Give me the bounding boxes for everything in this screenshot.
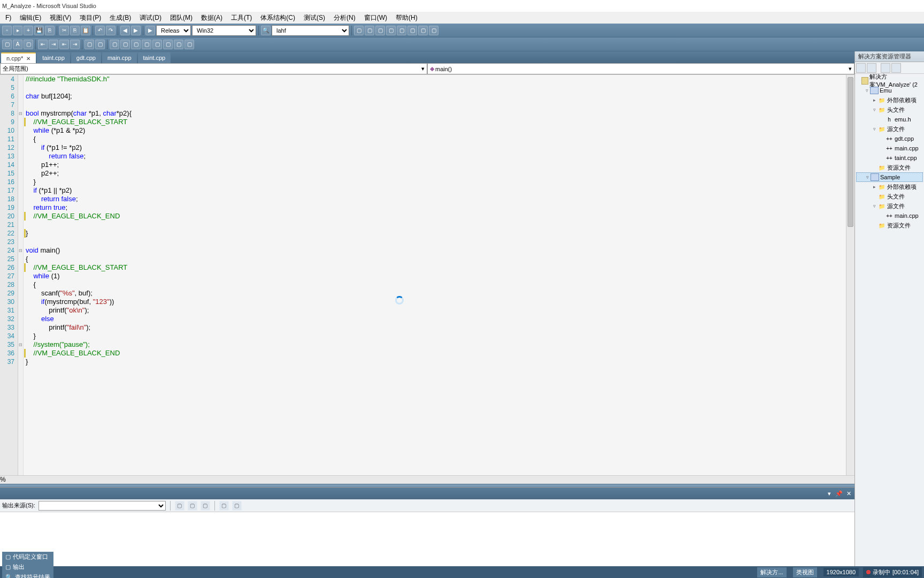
vertical-scrollbar[interactable] [846, 75, 854, 475]
tb-misc-2[interactable]: ▢ [365, 26, 374, 35]
indent-dec-btn[interactable]: ⇤ [38, 40, 48, 49]
menu-item[interactable]: 测试(S) [299, 12, 329, 24]
scrollbar-thumb[interactable] [848, 77, 853, 227]
menu-item[interactable]: 调试(D) [135, 12, 166, 24]
close-icon[interactable]: ✕ [26, 56, 30, 62]
bookmark-3[interactable]: ▢ [131, 40, 141, 49]
tree-twisty-icon[interactable]: ▸ [871, 97, 877, 103]
scope-combo[interactable]: 全局范围) ▾ [0, 63, 427, 74]
tree-node[interactable]: ++gdt.cpp [856, 134, 923, 143]
comment-btn[interactable]: ▢ [84, 40, 94, 49]
code-content[interactable]: //#include "ThemidaSDK.h"char buf[1204];… [24, 75, 854, 475]
outdent-btn[interactable]: ⇤ [59, 40, 69, 49]
cut-btn[interactable]: ✂ [59, 26, 69, 35]
tree-node[interactable]: ▿Sample [856, 172, 923, 182]
tree-node[interactable]: hemu.h [856, 115, 923, 124]
menu-item[interactable]: 数据(A) [197, 12, 227, 24]
class-view-tab[interactable]: 类视图 [793, 567, 817, 577]
document-tab[interactable]: n.cpp*✕ [1, 52, 36, 63]
close-icon[interactable]: ✕ [845, 490, 852, 497]
undo-btn[interactable]: ↶ [95, 26, 105, 35]
nav-fwd-btn[interactable]: ▶ [131, 26, 141, 35]
output-btn-5[interactable]: ▢ [232, 501, 242, 511]
tb-misc-6[interactable]: ▢ [407, 26, 417, 35]
se-refresh-btn[interactable] [867, 63, 876, 73]
indent-btn[interactable]: ⇥ [70, 40, 80, 49]
menu-item[interactable]: 视图(V) [45, 12, 75, 24]
bookmark-2[interactable]: ▢ [120, 40, 130, 49]
code-editor[interactable]: 4567891011121314151617181920212223242526… [0, 75, 854, 475]
output-btn-3[interactable]: ▢ [201, 501, 210, 511]
output-btn-4[interactable]: ▢ [219, 501, 229, 511]
document-tab[interactable]: gdt.cpp [71, 52, 101, 63]
tree-twisty-icon[interactable]: ▿ [871, 203, 877, 209]
dropdown-icon[interactable]: ▾ [826, 490, 833, 497]
copy-btn[interactable]: ⎘ [70, 26, 80, 35]
output-body[interactable] [0, 512, 854, 566]
document-tab[interactable]: main.cpp [102, 52, 137, 63]
member-combo[interactable]: ◆ main() ▾ [427, 63, 854, 74]
tb2-1[interactable]: ▢ [2, 40, 12, 49]
tree-node[interactable]: ▿📁源文件 [856, 201, 923, 211]
redo-btn[interactable]: ↷ [106, 26, 116, 35]
tree-node[interactable]: 📁资源文件 [856, 220, 923, 230]
tree-twisty-icon[interactable]: ▿ [871, 107, 877, 112]
fold-column[interactable]: ⊟⊟⊟ [18, 75, 24, 475]
pin-icon[interactable]: 📌 [835, 490, 843, 497]
save-btn[interactable]: 💾 [34, 26, 44, 35]
menu-item[interactable]: 帮助(H) [391, 12, 422, 24]
tree-node[interactable]: ++taint.cpp [856, 153, 923, 163]
status-tab[interactable]: 🔍 查找符号结果 [2, 572, 53, 578]
menu-item[interactable]: 编辑(E) [16, 12, 45, 24]
startup-combo[interactable]: lahf [272, 25, 349, 36]
nav-back-btn[interactable]: ◀ [120, 26, 130, 35]
status-tab[interactable]: ▢ 输出 [2, 562, 53, 572]
tb-misc-1[interactable]: ▢ [354, 26, 364, 35]
output-btn-2[interactable]: ▢ [188, 501, 197, 511]
bookmark-6[interactable]: ▢ [163, 40, 173, 49]
indent-inc-btn[interactable]: ⇥ [49, 40, 58, 49]
menu-item[interactable]: 生成(B) [105, 12, 135, 24]
menu-item[interactable]: 项目(P) [75, 12, 105, 24]
tb-misc-7[interactable]: ▢ [418, 26, 428, 35]
bookmark-4[interactable]: ▢ [142, 40, 151, 49]
menu-item[interactable]: F) [1, 13, 16, 22]
document-tab[interactable]: taint.cpp [37, 52, 70, 63]
output-source-combo[interactable] [38, 501, 166, 511]
se-home-btn[interactable] [856, 63, 866, 73]
tree-node[interactable]: ▸📁外部依赖项 [856, 95, 923, 105]
menu-item[interactable]: 体系结构(C) [256, 12, 299, 24]
menu-item[interactable]: 团队(M) [166, 12, 197, 24]
tree-node[interactable]: ▿📁源文件 [856, 124, 923, 134]
platform-combo[interactable]: Win32 [192, 25, 256, 36]
tree-node[interactable]: 📁资源文件 [856, 163, 923, 172]
paste-btn[interactable]: 📋 [81, 26, 90, 35]
solution-tree[interactable]: 解决方案'VM_Analyze' (2▿Emu▸📁外部依赖项▿📁头文件hemu.… [855, 74, 924, 232]
tree-node[interactable]: ▿📁头文件 [856, 105, 923, 115]
new-btn[interactable]: ▫ [2, 26, 12, 35]
se-properties-btn[interactable] [891, 63, 901, 73]
horizontal-scrollbar[interactable]: % [0, 475, 854, 484]
output-btn-1[interactable]: ▢ [175, 501, 184, 511]
tree-twisty-icon[interactable]: ▿ [864, 88, 870, 93]
status-tab[interactable]: ▢ 代码定义窗口 [2, 552, 53, 562]
tb-misc-8[interactable]: ▢ [429, 26, 438, 35]
se-showall-btn[interactable] [881, 63, 890, 73]
tree-node[interactable]: 📁头文件 [856, 192, 923, 201]
tree-twisty-icon[interactable]: ▿ [864, 174, 871, 180]
bookmark-7[interactable]: ▢ [174, 40, 183, 49]
tree-node[interactable]: ++main.cpp [856, 143, 923, 153]
bookmark-8[interactable]: ▢ [184, 40, 194, 49]
find-btn[interactable]: 🔍 [261, 26, 271, 35]
menu-item[interactable]: 工具(T) [227, 12, 256, 24]
config-combo[interactable]: Release [156, 25, 191, 36]
uncomment-btn[interactable]: ▢ [95, 40, 105, 49]
tb-misc-3[interactable]: ▢ [375, 26, 385, 35]
menu-item[interactable]: 分析(N) [329, 12, 360, 24]
tree-twisty-icon[interactable]: ▿ [871, 126, 877, 132]
tb-misc-4[interactable]: ▢ [386, 26, 396, 35]
tree-node[interactable]: 解决方案'VM_Analyze' (2 [856, 76, 923, 86]
tree-twisty-icon[interactable]: ▸ [871, 184, 877, 189]
menu-item[interactable]: 窗口(W) [360, 12, 391, 24]
tb2-3[interactable]: ▢ [24, 40, 33, 49]
